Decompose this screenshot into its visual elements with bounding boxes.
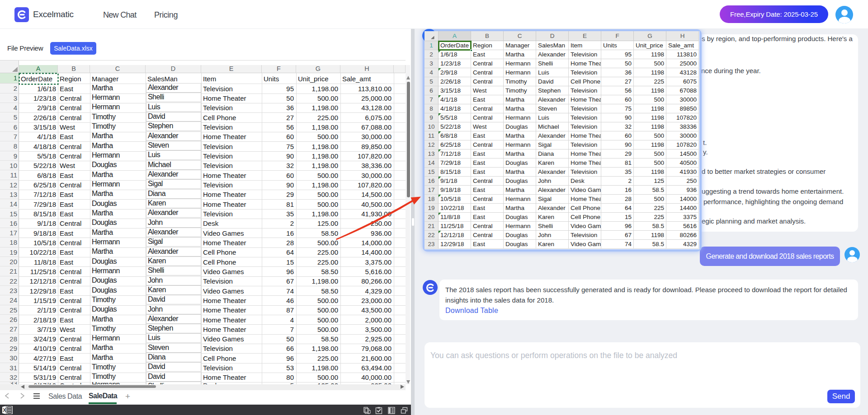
svg-text:X: X [3,407,6,413]
